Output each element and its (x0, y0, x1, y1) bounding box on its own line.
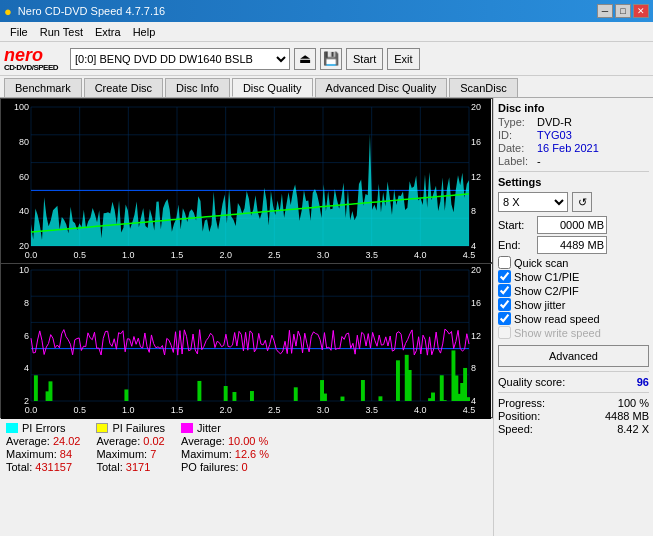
show-write-speed-checkbox[interactable] (498, 326, 511, 339)
eject-icon[interactable]: ⏏ (294, 48, 316, 70)
divider1 (498, 171, 649, 172)
disc-date-value: 16 Feb 2021 (537, 142, 599, 154)
start-mb-label: Start: (498, 219, 533, 231)
start-button[interactable]: Start (346, 48, 383, 70)
end-mb-input[interactable] (537, 236, 607, 254)
show-jitter-label: Show jitter (514, 299, 565, 311)
tab-advanced-disc-quality[interactable]: Advanced Disc Quality (315, 78, 448, 97)
position-label: Position: (498, 410, 540, 422)
position-value: 4488 MB (605, 410, 649, 422)
pi-failures-maximum: Maximum: 7 (96, 448, 165, 460)
legend-pi-errors: PI Errors Average: 24.02 Maximum: 84 Tot… (6, 422, 80, 473)
progress-value: 100 % (618, 397, 649, 409)
menu-run-test[interactable]: Run Test (34, 24, 89, 40)
end-mb-label: End: (498, 239, 533, 251)
tab-disc-quality[interactable]: Disc Quality (232, 78, 313, 97)
pi-failures-total: Total: 3171 (96, 461, 165, 473)
speed-settings-row: 8 X Max 2 X 4 X 6 X 12 X 16 X ↺ (498, 192, 649, 212)
logo-nero: nero (4, 46, 58, 64)
exit-button[interactable]: Exit (387, 48, 419, 70)
menu-help[interactable]: Help (127, 24, 162, 40)
save-icon[interactable]: 💾 (320, 48, 342, 70)
jitter-title: Jitter (197, 422, 221, 434)
right-panel: Disc info Type: DVD-R ID: TYG03 Date: 16… (493, 98, 653, 536)
tab-bar: Benchmark Create Disc Disc Info Disc Qua… (0, 76, 653, 98)
legend-area: PI Errors Average: 24.02 Maximum: 84 Tot… (0, 418, 493, 476)
disc-type-label: Type: (498, 116, 533, 128)
maximize-button[interactable]: □ (615, 4, 631, 18)
jitter-average: Average: 10.00 % (181, 435, 269, 447)
legend-jitter: Jitter Average: 10.00 % Maximum: 12.6 % … (181, 422, 269, 473)
speed-label: Speed: (498, 423, 533, 435)
disc-id-value: TYG03 (537, 129, 572, 141)
disc-type-value: DVD-R (537, 116, 572, 128)
show-read-speed-label: Show read speed (514, 313, 600, 325)
speed-value: 8.42 X (617, 423, 649, 435)
pi-errors-maximum: Maximum: 84 (6, 448, 80, 460)
menu-extra[interactable]: Extra (89, 24, 127, 40)
tab-disc-info[interactable]: Disc Info (165, 78, 230, 97)
pi-errors-average: Average: 24.02 (6, 435, 80, 447)
pi-failures-title: PI Failures (112, 422, 165, 434)
show-write-speed-label: Show write speed (514, 327, 601, 339)
jitter-maximum: Maximum: 12.6 % (181, 448, 269, 460)
legend-pi-failures: PI Failures Average: 0.02 Maximum: 7 Tot… (96, 422, 165, 473)
disc-info-type-row: Type: DVD-R (498, 116, 649, 128)
tab-create-disc[interactable]: Create Disc (84, 78, 163, 97)
disc-info-id-row: ID: TYG03 (498, 129, 649, 141)
show-jitter-row: Show jitter (498, 298, 649, 311)
show-jitter-checkbox[interactable] (498, 298, 511, 311)
checkboxes-section: Quick scan Show C1/PIE Show C2/PIF Show … (498, 256, 649, 339)
drive-select[interactable]: [0:0] BENQ DVD DD DW1640 BSLB (70, 48, 290, 70)
chart-wrapper: PI Errors Average: 24.02 Maximum: 84 Tot… (0, 98, 493, 536)
disc-id-label: ID: (498, 129, 533, 141)
start-mb-input[interactable] (537, 216, 607, 234)
show-c2pif-row: Show C2/PIF (498, 284, 649, 297)
quick-scan-label: Quick scan (514, 257, 568, 269)
menu-file[interactable]: File (4, 24, 34, 40)
show-write-speed-row: Show write speed (498, 326, 649, 339)
divider3 (498, 392, 649, 393)
menu-bar: File Run Test Extra Help (0, 22, 653, 42)
quality-score-row: Quality score: 96 (498, 376, 649, 388)
window-title: Nero CD-DVD Speed 4.7.7.16 (18, 5, 165, 17)
chart-bottom (0, 263, 493, 418)
speed-select[interactable]: 8 X Max 2 X 4 X 6 X 12 X 16 X (498, 192, 568, 212)
show-read-speed-checkbox[interactable] (498, 312, 511, 325)
disc-date-label: Date: (498, 142, 533, 154)
tab-benchmark[interactable]: Benchmark (4, 78, 82, 97)
title-bar: ● Nero CD-DVD Speed 4.7.7.16 ─ □ ✕ (0, 0, 653, 22)
pi-errors-color (6, 423, 18, 433)
disc-label-value: - (537, 155, 541, 167)
pi-failures-color (96, 423, 108, 433)
advanced-button[interactable]: Advanced (498, 345, 649, 367)
chart-top (0, 98, 493, 263)
progress-label: Progress: (498, 397, 545, 409)
show-c2pif-checkbox[interactable] (498, 284, 511, 297)
position-row: Position: 4488 MB (498, 410, 649, 422)
pi-errors-title: PI Errors (22, 422, 65, 434)
quality-score-label: Quality score: (498, 376, 565, 388)
show-c2pif-label: Show C2/PIF (514, 285, 579, 297)
show-c1pie-checkbox[interactable] (498, 270, 511, 283)
tab-scan-disc[interactable]: ScanDisc (449, 78, 517, 97)
quick-scan-checkbox[interactable] (498, 256, 511, 269)
show-read-speed-row: Show read speed (498, 312, 649, 325)
disc-label-label: Label: (498, 155, 533, 167)
refresh-icon[interactable]: ↺ (572, 192, 592, 212)
pi-failures-average: Average: 0.02 (96, 435, 165, 447)
quick-scan-row: Quick scan (498, 256, 649, 269)
logo-sub: CD·DVD/SPEED (4, 64, 58, 72)
app-logo: nero CD·DVD/SPEED (4, 44, 58, 74)
progress-row: Progress: 100 % (498, 397, 649, 409)
toolbar: nero CD·DVD/SPEED [0:0] BENQ DVD DD DW16… (0, 42, 653, 76)
speed-row: Speed: 8.42 X (498, 423, 649, 435)
end-mb-row: End: (498, 236, 649, 254)
disc-info-title: Disc info (498, 102, 649, 114)
settings-title: Settings (498, 176, 649, 188)
show-c1pie-row: Show C1/PIE (498, 270, 649, 283)
jitter-po-failures: PO failures: 0 (181, 461, 269, 473)
close-button[interactable]: ✕ (633, 4, 649, 18)
disc-info-date-row: Date: 16 Feb 2021 (498, 142, 649, 154)
minimize-button[interactable]: ─ (597, 4, 613, 18)
